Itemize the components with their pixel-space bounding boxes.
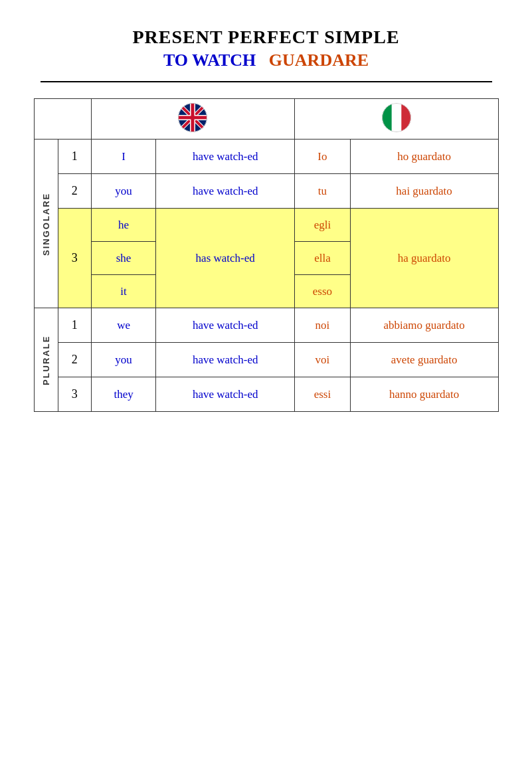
conjugation-table: SINGOLARE 1 I have watch-ed Io ho guarda… — [34, 98, 499, 412]
page-title-sub: TO WATCH GUARDARE — [163, 50, 369, 70]
header-row — [34, 99, 498, 140]
plural-pronoun-it-1: noi — [295, 308, 351, 343]
it-flag-icon — [382, 103, 411, 132]
plural-pronoun-it-2: voi — [295, 343, 351, 377]
plural-label: PLURALE — [34, 308, 58, 412]
table-row: SINGOLARE 1 I have watch-ed Io ho guarda… — [34, 140, 498, 174]
title-divider — [41, 81, 492, 82]
plural-pronoun-it-3: essi — [295, 377, 351, 412]
title-english: TO WATCH — [163, 50, 256, 70]
title-italian: GUARDARE — [269, 50, 369, 70]
singular-pronoun-it-3a: egli — [295, 209, 351, 242]
table-row: 3 he has watch-ed egli ha guardato — [34, 209, 498, 242]
singular-pronoun-en-2: you — [91, 174, 155, 209]
singular-verb-en-3: has watch-ed — [156, 209, 295, 308]
plural-pronoun-en-2: you — [91, 343, 155, 377]
table-row: 2 you have watch-ed voi avete guardato — [34, 343, 498, 377]
plural-num-1: 1 — [58, 308, 91, 343]
plural-pronoun-en-1: we — [91, 308, 155, 343]
plural-verb-it-1: abbiamo guardato — [350, 308, 498, 343]
plural-verb-it-2: avete guardato — [350, 343, 498, 377]
singular-num-1: 1 — [58, 140, 91, 174]
singular-verb-en-1: have watch-ed — [156, 140, 295, 174]
header-empty-left — [34, 99, 91, 140]
singular-pronoun-en-3c: it — [91, 275, 155, 308]
singular-pronoun-en-1: I — [91, 140, 155, 174]
header-flag-it — [295, 99, 498, 140]
singular-pronoun-en-3b: she — [91, 242, 155, 275]
page-title-main: PRESENT PERFECT SIMPLE — [132, 27, 399, 48]
table-row: 2 you have watch-ed tu hai guardato — [34, 174, 498, 209]
conjugation-table-wrapper: SINGOLARE 1 I have watch-ed Io ho guarda… — [34, 98, 499, 412]
singular-verb-it-2: hai guardato — [350, 174, 498, 209]
plural-verb-en-1: have watch-ed — [156, 308, 295, 343]
plural-num-2: 2 — [58, 343, 91, 377]
singular-verb-it-3: ha guardato — [350, 209, 498, 308]
uk-flag-icon — [178, 103, 207, 132]
singular-verb-it-1: ho guardato — [350, 140, 498, 174]
singular-num-3: 3 — [58, 209, 91, 308]
singular-pronoun-it-3c: esso — [295, 275, 351, 308]
table-row: PLURALE 1 we have watch-ed noi abbiamo g… — [34, 308, 498, 343]
singular-verb-en-2: have watch-ed — [156, 174, 295, 209]
plural-verb-en-2: have watch-ed — [156, 343, 295, 377]
singular-pronoun-it-3b: ella — [295, 242, 351, 275]
plural-num-3: 3 — [58, 377, 91, 412]
singular-num-2: 2 — [58, 174, 91, 209]
singular-pronoun-it-2: tu — [295, 174, 351, 209]
table-row: 3 they have watch-ed essi hanno guardato — [34, 377, 498, 412]
plural-verb-en-3: have watch-ed — [156, 377, 295, 412]
singular-label: SINGOLARE — [34, 140, 58, 308]
header-flag-uk — [91, 99, 294, 140]
singular-pronoun-en-3a: he — [91, 209, 155, 242]
plural-pronoun-en-3: they — [91, 377, 155, 412]
plural-verb-it-3: hanno guardato — [350, 377, 498, 412]
svg-rect-9 — [178, 116, 207, 120]
singular-pronoun-it-1: Io — [295, 140, 351, 174]
